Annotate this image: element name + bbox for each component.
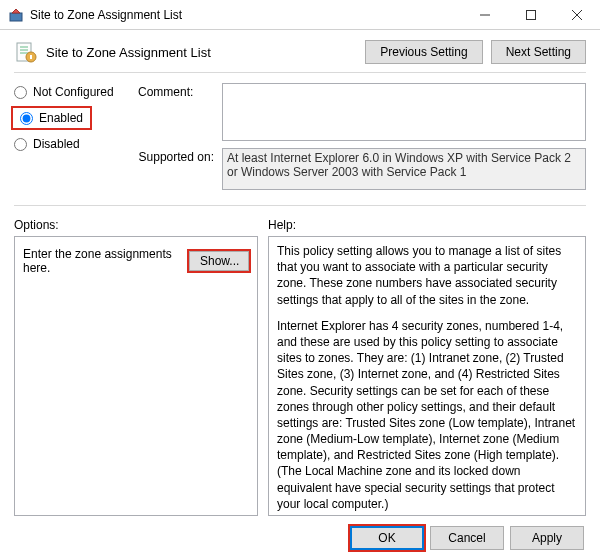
window-title: Site to Zone Assignment List [30, 8, 462, 22]
mid-labels: Options: Help: [14, 218, 586, 232]
comment-textarea[interactable] [222, 83, 586, 141]
help-paragraph: This policy setting allows you to manage… [277, 243, 577, 308]
titlebar: Site to Zone Assignment List [0, 0, 600, 30]
radio-not-configured[interactable]: Not Configured [14, 85, 134, 99]
maximize-button[interactable] [508, 0, 554, 30]
window-controls [462, 0, 600, 30]
comment-label: Comment: [138, 83, 218, 99]
options-label: Options: [14, 218, 268, 232]
show-button[interactable]: Show... [189, 251, 249, 271]
radio-not-configured-label: Not Configured [33, 85, 114, 99]
options-prompt: Enter the zone assignments here. [23, 247, 183, 275]
svg-rect-10 [30, 55, 32, 59]
previous-setting-button[interactable]: Previous Setting [365, 40, 482, 64]
app-icon [8, 7, 24, 23]
cancel-button[interactable]: Cancel [430, 526, 504, 550]
policy-title: Site to Zone Assignment List [46, 45, 365, 60]
svg-rect-2 [527, 10, 536, 19]
divider [14, 205, 586, 206]
radio-enabled-label: Enabled [39, 111, 83, 125]
minimize-button[interactable] [462, 0, 508, 30]
divider [14, 72, 586, 73]
close-button[interactable] [554, 0, 600, 30]
state-radios: Not Configured Enabled Disabled [14, 83, 134, 151]
radio-disabled[interactable]: Disabled [14, 137, 134, 151]
radio-disabled-label: Disabled [33, 137, 80, 151]
radio-enabled-input[interactable] [20, 112, 33, 125]
radio-enabled[interactable]: Enabled [14, 109, 89, 127]
options-panel: Enter the zone assignments here. Show... [14, 236, 258, 516]
next-setting-button[interactable]: Next Setting [491, 40, 586, 64]
radio-disabled-input[interactable] [14, 138, 27, 151]
header-row: Site to Zone Assignment List Previous Se… [14, 40, 586, 64]
apply-button[interactable]: Apply [510, 526, 584, 550]
radio-not-configured-input[interactable] [14, 86, 27, 99]
content-area: Site to Zone Assignment List Previous Se… [0, 30, 600, 554]
supported-on-text [222, 148, 586, 190]
supported-on-label: Supported on: [138, 148, 218, 164]
config-grid: Not Configured Enabled Disabled Comment:… [14, 83, 586, 193]
footer-buttons: OK Cancel Apply [14, 526, 586, 550]
help-label: Help: [268, 218, 296, 232]
svg-rect-0 [10, 13, 22, 21]
ok-button[interactable]: OK [350, 526, 424, 550]
help-panel[interactable]: This policy setting allows you to manage… [268, 236, 586, 516]
lower-panels: Enter the zone assignments here. Show...… [14, 236, 586, 516]
policy-icon [14, 40, 38, 64]
help-paragraph: Internet Explorer has 4 security zones, … [277, 318, 577, 512]
